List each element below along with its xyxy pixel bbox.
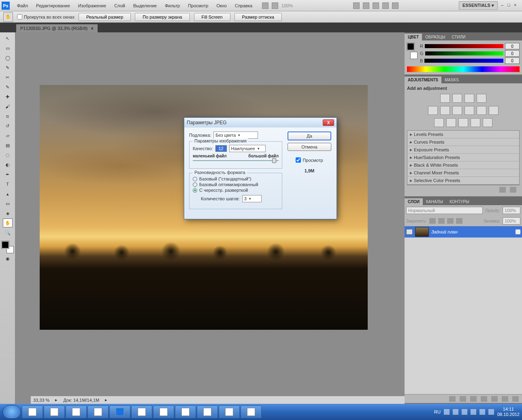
curves-icon[interactable] bbox=[464, 94, 474, 103]
launch-bridge-icon[interactable] bbox=[262, 2, 268, 9]
hand-tool[interactable]: ✋ bbox=[3, 218, 13, 227]
menu-select[interactable]: Выделение bbox=[129, 2, 161, 10]
b-slider[interactable] bbox=[424, 59, 503, 63]
view-extras-icon[interactable] bbox=[272, 2, 278, 9]
taskbar-mail[interactable] bbox=[153, 405, 174, 418]
screen-mode-icon[interactable] bbox=[392, 2, 398, 9]
zoom-icon[interactable] bbox=[363, 2, 369, 9]
eyedropper-tool[interactable]: ✎ bbox=[3, 83, 13, 91]
exposure-icon[interactable] bbox=[477, 94, 486, 103]
preset-hue[interactable]: Hue/Saturation Presets bbox=[407, 154, 519, 161]
slider-thumb[interactable] bbox=[272, 158, 276, 163]
stamp-tool[interactable]: ⧈ bbox=[3, 112, 13, 121]
taskbar-app3[interactable] bbox=[241, 405, 262, 418]
tray-help-icon[interactable] bbox=[444, 409, 450, 415]
language-indicator[interactable]: RU bbox=[434, 409, 441, 414]
tray-updates-icon[interactable] bbox=[479, 409, 485, 415]
quality-input[interactable] bbox=[215, 145, 227, 152]
vibrance-icon[interactable] bbox=[428, 106, 438, 115]
path-select-tool[interactable]: ▴ bbox=[3, 189, 13, 198]
fill-input[interactable]: 100% bbox=[503, 217, 520, 225]
eraser-tool[interactable]: ▱ bbox=[3, 131, 13, 140]
radio-optimized[interactable]: Базовый оптимизированный bbox=[193, 182, 279, 187]
fill-screen-button[interactable]: Fill Screen bbox=[194, 13, 230, 21]
fit-screen-button[interactable]: По размеру экрана bbox=[135, 13, 190, 21]
opacity-input[interactable]: 100% bbox=[503, 207, 520, 214]
g-slider[interactable] bbox=[425, 51, 503, 55]
type-tool[interactable]: T bbox=[3, 180, 13, 189]
preset-exposure[interactable]: Exposure Presets bbox=[407, 146, 519, 154]
current-tool-icon[interactable]: ✋ bbox=[3, 12, 13, 22]
new-adjustment-icon[interactable] bbox=[481, 396, 487, 402]
hand-icon[interactable] bbox=[353, 2, 360, 9]
preview-checkbox[interactable]: Просмотр bbox=[296, 157, 323, 163]
preset-channelmixer[interactable]: Channel Mixer Presets bbox=[407, 169, 519, 177]
start-button[interactable] bbox=[2, 405, 21, 419]
panel-foreground-color[interactable] bbox=[407, 43, 414, 50]
lock-all-icon[interactable] bbox=[456, 218, 462, 224]
taskbar-skype[interactable] bbox=[219, 405, 240, 418]
dialog-titlebar[interactable]: Параметры JPEG X bbox=[184, 118, 337, 127]
brightness-icon[interactable] bbox=[440, 94, 450, 103]
hue-icon[interactable] bbox=[440, 106, 450, 115]
history-brush-tool[interactable]: ↺ bbox=[3, 121, 13, 130]
menu-file[interactable]: Файл bbox=[13, 2, 32, 10]
selectivecolor-icon[interactable] bbox=[483, 118, 492, 127]
panel-background-color[interactable] bbox=[410, 52, 418, 59]
tab-swatches[interactable]: ОБРАЗЦЫ bbox=[422, 34, 448, 40]
layers-empty-area[interactable] bbox=[405, 238, 522, 394]
taskbar-app2[interactable] bbox=[131, 405, 152, 418]
shape-tool[interactable]: ▭ bbox=[3, 199, 13, 208]
blur-tool[interactable]: ◌ bbox=[3, 151, 13, 159]
taskbar-chrome[interactable] bbox=[197, 405, 218, 418]
new-group-icon[interactable] bbox=[491, 396, 498, 402]
preset-bw[interactable]: Black & White Presets bbox=[407, 161, 519, 169]
tab-close-icon[interactable]: × bbox=[91, 26, 93, 31]
quickmask-toggle[interactable]: ◉ bbox=[3, 254, 13, 263]
photofilter-icon[interactable] bbox=[477, 106, 486, 115]
healing-tool[interactable]: ✚ bbox=[3, 92, 13, 101]
close-icon[interactable]: × bbox=[514, 2, 520, 9]
taskbar-explorer[interactable] bbox=[44, 405, 65, 418]
dodge-tool[interactable]: ◐ bbox=[3, 160, 13, 169]
layer-mask-icon[interactable] bbox=[470, 396, 477, 402]
lock-position-icon[interactable] bbox=[447, 218, 454, 224]
menu-image[interactable]: Изображение bbox=[74, 2, 110, 10]
dialog-close-button[interactable]: X bbox=[323, 119, 334, 126]
maximize-icon[interactable]: □ bbox=[507, 2, 514, 9]
preset-curves[interactable]: Curves Presets bbox=[407, 138, 519, 146]
taskbar-app1[interactable] bbox=[87, 405, 109, 418]
marquee-tool[interactable]: ▭ bbox=[3, 44, 13, 53]
foreground-color[interactable] bbox=[2, 241, 9, 248]
tray-clock[interactable]: 14:11 08.10.2012 bbox=[497, 407, 520, 417]
menu-edit[interactable]: Редактирование bbox=[32, 2, 74, 10]
menu-filter[interactable]: Фильтр bbox=[161, 2, 184, 10]
link-layers-icon[interactable] bbox=[449, 396, 456, 402]
tab-masks[interactable]: MASKS bbox=[441, 76, 462, 83]
tab-channels[interactable]: КАНАЛЫ bbox=[423, 198, 446, 205]
tray-volume-icon[interactable] bbox=[488, 409, 494, 415]
layer-row-background[interactable]: Задний план bbox=[405, 226, 522, 238]
colorbalance-icon[interactable] bbox=[452, 106, 462, 115]
tab-layers[interactable]: СЛОИ bbox=[405, 198, 423, 205]
status-zoom[interactable]: 33,33 % bbox=[33, 398, 49, 403]
pen-tool[interactable]: ✒ bbox=[3, 170, 13, 179]
tray-network-icon[interactable] bbox=[453, 409, 458, 415]
minimize-icon[interactable]: – bbox=[501, 2, 507, 9]
spectrum-picker[interactable] bbox=[407, 66, 520, 72]
zoom-tool[interactable]: 🔍 bbox=[3, 228, 13, 237]
taskbar-mediaplayer[interactable] bbox=[66, 405, 87, 418]
move-tool[interactable]: ↖ bbox=[3, 34, 13, 43]
matte-select[interactable]: Без цвета bbox=[213, 132, 258, 139]
3d-tool[interactable]: ◈ bbox=[3, 209, 13, 218]
bw-icon[interactable] bbox=[464, 106, 474, 115]
scroll-all-checkbox[interactable]: Прокрутка во всех окнах bbox=[17, 14, 75, 19]
g-input[interactable] bbox=[505, 50, 520, 57]
actual-size-button[interactable]: Реальный размер bbox=[79, 13, 131, 21]
invert-icon[interactable] bbox=[434, 118, 444, 127]
scans-select[interactable]: 3 bbox=[242, 195, 262, 202]
taskbar-photoshop[interactable] bbox=[109, 405, 130, 418]
quick-select-tool[interactable]: ✎ bbox=[3, 63, 13, 72]
delete-layer-icon[interactable] bbox=[512, 396, 519, 402]
adj-trash-icon[interactable] bbox=[510, 187, 516, 193]
